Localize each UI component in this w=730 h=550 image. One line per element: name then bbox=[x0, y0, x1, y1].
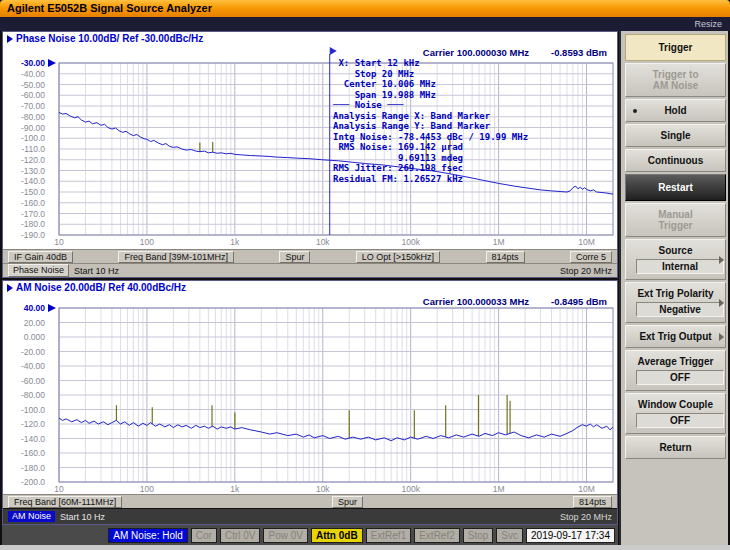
softkey-value-ext-trig-polarity: Negative bbox=[636, 302, 724, 317]
softkey-label: Single bbox=[636, 130, 715, 141]
status-chip-814pts: 814pts bbox=[486, 251, 525, 263]
svg-text:0.000: 0.000 bbox=[24, 332, 46, 342]
svg-text:1M: 1M bbox=[493, 237, 505, 247]
status-chip-814pts: 814pts bbox=[573, 496, 612, 508]
statusbar-chip-cor: Cor bbox=[191, 528, 217, 543]
softkey-continuous[interactable]: Continuous bbox=[625, 149, 726, 172]
softkey-single[interactable]: Single bbox=[625, 124, 726, 147]
softkey-label: Window Couple bbox=[636, 399, 715, 410]
softkey-ext-trig-polarity[interactable]: Ext Trig PolarityNegative bbox=[625, 282, 726, 323]
svg-text:100k: 100k bbox=[401, 484, 420, 494]
softkey-ext-trig-output[interactable]: Ext Trig Output bbox=[625, 325, 726, 348]
svg-text:1k: 1k bbox=[230, 484, 240, 494]
app-window: Agilent E5052B Signal Source Analyzer Re… bbox=[0, 0, 730, 550]
svg-text:-100.0: -100.0 bbox=[21, 133, 45, 143]
svg-text:-60.00: -60.00 bbox=[21, 90, 45, 100]
am-noise-stop: Stop 20 MHz bbox=[560, 512, 612, 522]
softkey-hold[interactable]: Hold bbox=[625, 99, 726, 122]
svg-text:100: 100 bbox=[140, 484, 154, 494]
svg-text:10M: 10M bbox=[578, 484, 595, 494]
am-noise-window-chip[interactable]: AM Noise bbox=[8, 511, 55, 522]
svg-text:-160.0: -160.0 bbox=[21, 448, 45, 458]
softkey-window-couple[interactable]: Window CoupleOFF bbox=[625, 393, 726, 434]
phase-noise-window-chip[interactable]: Phase Noise bbox=[8, 264, 69, 277]
svg-text:-130.0: -130.0 bbox=[21, 166, 45, 176]
svg-text:-180.0: -180.0 bbox=[21, 219, 45, 229]
svg-text:20.00: 20.00 bbox=[24, 318, 46, 328]
statusbar-chip-extref2: ExtRef2 bbox=[414, 528, 460, 543]
svg-text:10: 10 bbox=[54, 484, 64, 494]
softkey-label: Restart bbox=[630, 182, 721, 193]
phase-noise-carrier-row: Carrier 100.000030 MHz -0.8593 dBm bbox=[423, 47, 607, 58]
statusbar-chip-attn-0db: Attn 0dB bbox=[311, 528, 363, 543]
statusbar-chip-stop: Stop bbox=[463, 528, 494, 543]
softkey-manual-trigger: Manual Trigger bbox=[625, 203, 726, 237]
softkey-label: Hold bbox=[636, 105, 715, 116]
status-chip-spur: Spur bbox=[332, 496, 363, 508]
svg-text:-140.0: -140.0 bbox=[21, 176, 45, 186]
svg-text:-160.0: -160.0 bbox=[21, 198, 45, 208]
phase-noise-status-row: IF Gain 40dBFreq Band [39M-101MHz]SpurLO… bbox=[3, 249, 617, 263]
softkey-trigger-to-am-noise: Trigger to AM Noise bbox=[625, 63, 726, 97]
softkey-value-average-trigger: OFF bbox=[636, 370, 724, 385]
phase-noise-panel: Phase Noise 10.00dB/ Ref -30.00dBc/Hz Ca… bbox=[2, 31, 618, 278]
svg-text:-60.00: -60.00 bbox=[21, 376, 45, 386]
svg-text:-120.0: -120.0 bbox=[21, 155, 45, 165]
svg-text:-150.0: -150.0 bbox=[21, 187, 45, 197]
svg-text:-100.0: -100.0 bbox=[21, 405, 45, 415]
svg-text:-30.00: -30.00 bbox=[21, 58, 45, 68]
softkey-return[interactable]: Return bbox=[625, 436, 726, 459]
status-chip-spur: Spur bbox=[279, 251, 310, 263]
selected-dot-icon bbox=[633, 109, 637, 113]
carrier-frequency: Carrier 100.000030 MHz bbox=[423, 47, 529, 58]
resize-button[interactable]: Resize bbox=[694, 19, 722, 29]
softkey-label: Continuous bbox=[636, 155, 715, 166]
status-chip-freq-band-39m-101mhz: Freq Band [39M-101MHz] bbox=[118, 251, 234, 263]
softkey-label: Source bbox=[636, 245, 715, 256]
statusbar-chip-pow-0v: Pow 0V bbox=[263, 528, 307, 543]
svg-text:-70.00: -70.00 bbox=[21, 101, 45, 111]
am-noise-header: AM Noise 20.00dB/ Ref 40.00dBc/Hz bbox=[3, 281, 617, 294]
status-chip-lo-opt-150khz: LO Opt [>150kHz] bbox=[356, 251, 440, 263]
carrier-power: -0.8495 dBm bbox=[551, 296, 607, 307]
softkey-label: Trigger to AM Noise bbox=[636, 69, 715, 91]
svg-text:-170.0: -170.0 bbox=[21, 209, 45, 219]
am-noise-status-row: Freq Band [60M-111MHz]Spur814pts bbox=[3, 494, 617, 508]
svg-text:100k: 100k bbox=[401, 237, 420, 247]
softkey-average-trigger[interactable]: Average TriggerOFF bbox=[625, 350, 726, 391]
am-noise-panel: AM Noise 20.00dB/ Ref 40.00dBc/Hz Carrie… bbox=[2, 280, 618, 525]
svg-text:-80.00: -80.00 bbox=[21, 112, 45, 122]
softkey-trigger[interactable]: Trigger bbox=[625, 34, 726, 61]
svg-text:40.00: 40.00 bbox=[24, 303, 46, 313]
softkey-source[interactable]: SourceInternal bbox=[625, 239, 726, 280]
svg-text:-110.0: -110.0 bbox=[22, 144, 46, 154]
svg-text:-180.0: -180.0 bbox=[21, 463, 45, 473]
am-noise-footer: AM Noise Start 10 Hz Stop 20 MHz bbox=[3, 508, 617, 524]
statusbar-chip-extref1: ExtRef1 bbox=[366, 528, 412, 543]
submenu-arrow-icon bbox=[719, 333, 724, 341]
svg-text:-20.00: -20.00 bbox=[21, 347, 45, 357]
title-bar: Agilent E5052B Signal Source Analyzer bbox=[0, 0, 730, 17]
carrier-frequency: Carrier 100.000033 MHz bbox=[423, 296, 529, 307]
svg-text:-200.0: -200.0 bbox=[21, 477, 45, 487]
status-chip-freq-band-60m-111mhz: Freq Band [60M-111MHz] bbox=[8, 496, 122, 508]
am-noise-start: Start 10 Hz bbox=[60, 512, 105, 522]
svg-text:10k: 10k bbox=[316, 237, 330, 247]
svg-text:-40.00: -40.00 bbox=[21, 69, 45, 79]
svg-text:10: 10 bbox=[54, 237, 64, 247]
svg-text:-80.00: -80.00 bbox=[21, 390, 45, 400]
am-noise-plot[interactable]: 40.0020.000.000-20.00-40.00-60.00-80.00-… bbox=[3, 294, 619, 494]
statusbar-chip-svc: Svc bbox=[496, 528, 523, 543]
softkey-label: Manual Trigger bbox=[636, 209, 715, 231]
svg-text:1k: 1k bbox=[230, 237, 240, 247]
softkey-label: Return bbox=[636, 442, 715, 453]
softkey-restart[interactable]: Restart bbox=[625, 174, 726, 201]
submenu-arrow-icon bbox=[719, 256, 724, 264]
softkey-label: Ext Trig Output bbox=[636, 331, 715, 342]
svg-text:-190.0: -190.0 bbox=[21, 230, 45, 240]
submenu-arrow-icon bbox=[719, 299, 724, 307]
carrier-power: -0.8593 dBm bbox=[551, 47, 607, 58]
resize-bar: Resize bbox=[0, 17, 730, 31]
softkey-label: Ext Trig Polarity bbox=[636, 288, 715, 299]
instrument-status-bar: AM Noise: HoldCorCtrl 0VPow 0VAttn 0dBEx… bbox=[2, 525, 618, 545]
